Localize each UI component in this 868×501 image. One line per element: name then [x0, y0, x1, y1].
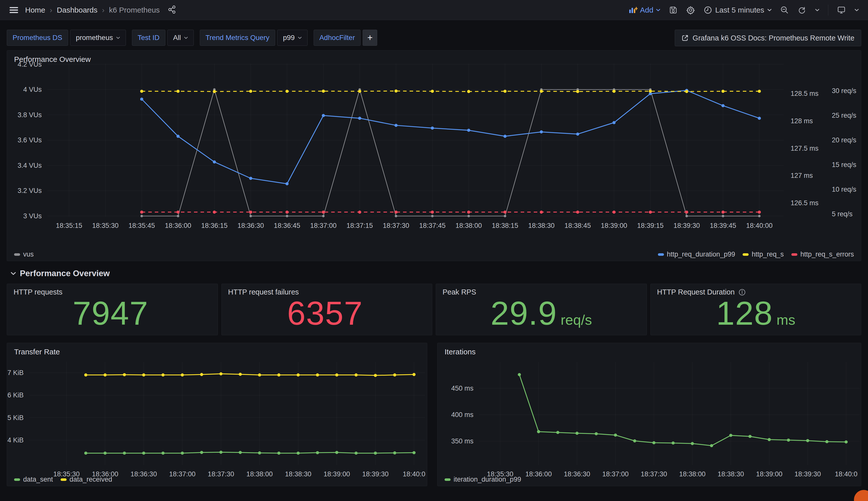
- share-icon[interactable]: [168, 5, 176, 15]
- legend-item-data_received[interactable]: data_received: [61, 476, 112, 483]
- data-point: [595, 432, 597, 435]
- chevron-down-icon: [855, 9, 859, 12]
- x-axis-tick-label: 18:39:45: [710, 222, 736, 230]
- charts-row: Transfer Rate 18:35:3018:36:0018:36:3018…: [7, 343, 861, 486]
- chevron-down-icon: [656, 9, 660, 12]
- stat-value: 29.9 req/s: [491, 294, 592, 332]
- chart-legend: iteration_duration_p99: [444, 476, 854, 483]
- add-filter-button[interactable]: +: [363, 30, 377, 46]
- data-point: [358, 90, 361, 93]
- data-point: [239, 373, 242, 376]
- legend-item-data_sent[interactable]: data_sent: [14, 476, 53, 483]
- stat-number: 7947: [73, 294, 149, 332]
- refresh-button[interactable]: [798, 6, 806, 14]
- y-axis-tick-label: 450 ms: [451, 385, 473, 392]
- y-axis-tick-label: 25 req/s: [832, 112, 856, 119]
- zoom-out-icon: [780, 6, 789, 14]
- data-point: [768, 438, 771, 441]
- data-point: [142, 451, 145, 455]
- kiosk-mode-dropdown[interactable]: [855, 9, 859, 12]
- variable-value-prometheus-ds[interactable]: prometheus: [70, 30, 126, 46]
- data-point: [710, 444, 713, 447]
- data-point: [322, 89, 325, 93]
- hamburger-menu-icon[interactable]: [9, 6, 19, 14]
- y-axis-tick-label: 15 req/s: [832, 161, 856, 169]
- legend-item-http_req_s_errors[interactable]: http_req_s_errors: [791, 250, 854, 258]
- data-point: [249, 177, 252, 180]
- dashboard-grid: Performance Overview 18:35:1518:35:3018:…: [0, 50, 868, 501]
- data-point: [431, 211, 434, 214]
- docs-link-button[interactable]: Grafana k6 OSS Docs: Prometheus Remote W…: [675, 30, 861, 46]
- y-axis-tick-label: 3.8 VUs: [18, 111, 42, 119]
- data-point: [504, 215, 506, 217]
- data-point: [503, 135, 506, 138]
- row-header-http[interactable]: HTTP: [7, 492, 861, 501]
- legend-item-http_req_s[interactable]: http_req_s: [743, 250, 784, 258]
- y-axis-tick-label: 127 ms: [791, 172, 813, 179]
- iterations-chart[interactable]: 18:35:3018:36:0018:36:3018:37:0018:37:30…: [438, 343, 861, 480]
- tv-mode-button[interactable]: [837, 6, 846, 14]
- legend-item-iteration_duration_p99[interactable]: iteration_duration_p99: [444, 476, 521, 483]
- breadcrumb-home[interactable]: Home: [25, 6, 45, 14]
- variable-value-trend-metrics-query[interactable]: p99: [277, 30, 308, 46]
- save-dashboard-button[interactable]: [669, 6, 678, 14]
- performance-overview-chart[interactable]: 18:35:1518:35:3018:35:4518:36:0018:36:15…: [7, 51, 861, 250]
- breadcrumb-dashboards[interactable]: Dashboards: [57, 6, 98, 14]
- data-point: [576, 211, 579, 214]
- x-axis-tick-label: 18:36:45: [274, 222, 300, 230]
- x-axis-tick-label: 18:35:45: [129, 222, 155, 230]
- data-point: [258, 451, 261, 455]
- data-point: [316, 451, 319, 454]
- transfer-rate-chart[interactable]: 18:35:3018:36:0018:36:3018:37:0018:37:30…: [7, 343, 427, 480]
- breadcrumb: Home › Dashboards › k6 Prometheus: [25, 6, 160, 14]
- data-point: [613, 121, 615, 124]
- panel-title[interactable]: Transfer Rate: [14, 348, 60, 356]
- refresh-interval-dropdown[interactable]: [815, 9, 820, 12]
- panel-performance-overview: Performance Overview 18:35:1518:35:3018:…: [7, 50, 861, 261]
- data-point: [354, 451, 358, 455]
- data-point: [277, 451, 280, 455]
- data-point: [395, 215, 397, 217]
- y-axis-tick-label: 128.5 ms: [791, 90, 818, 97]
- panel-http-requests: HTTP requests 7947: [7, 284, 218, 335]
- legend-color-marker: [791, 253, 798, 256]
- time-range-picker[interactable]: Last 5 minutes: [704, 6, 772, 14]
- legend-item-http_req_duration_p99[interactable]: http_req_duration_p99: [658, 250, 735, 258]
- data-point: [213, 90, 216, 93]
- data-point: [358, 211, 361, 214]
- zoom-out-time-button[interactable]: [780, 6, 789, 14]
- dashboard-settings-button[interactable]: [686, 6, 695, 14]
- panel-title[interactable]: HTTP requests: [13, 288, 62, 296]
- variable-prometheus-ds: Prometheus DS prometheus: [7, 30, 126, 46]
- data-point: [671, 441, 674, 445]
- chevron-down-icon: [184, 36, 188, 39]
- panel-title[interactable]: Iterations: [444, 348, 475, 356]
- data-point: [431, 215, 433, 217]
- panel-title[interactable]: Peak RPS: [442, 288, 476, 296]
- data-point: [354, 373, 358, 376]
- legend-label: data_sent: [23, 476, 53, 483]
- legend-item-vus[interactable]: vus: [14, 250, 34, 258]
- row-header-label: HTTP: [20, 500, 42, 501]
- data-point: [722, 211, 725, 214]
- data-point: [358, 117, 361, 120]
- variable-value-test-id[interactable]: All: [167, 30, 194, 46]
- row-header-performance-overview[interactable]: Performance Overview: [7, 261, 861, 284]
- data-point: [613, 90, 615, 93]
- data-point: [285, 90, 288, 93]
- variable-trend-metrics-query: Trend Metrics Query p99: [200, 30, 308, 46]
- data-point: [285, 182, 288, 185]
- data-point: [200, 373, 203, 376]
- stat-value: 128 ms: [716, 294, 795, 332]
- chevron-down-icon: [767, 9, 772, 12]
- x-axis-tick-label: 18:39:15: [637, 222, 663, 230]
- data-point: [374, 374, 377, 377]
- legend-color-marker: [444, 478, 451, 481]
- data-point: [649, 211, 652, 214]
- panel-title[interactable]: Performance Overview: [14, 55, 91, 64]
- data-point: [575, 431, 579, 435]
- data-point: [393, 451, 396, 455]
- add-button-label: Add: [640, 6, 653, 14]
- data-point: [685, 211, 688, 214]
- add-button[interactable]: Add: [629, 6, 660, 14]
